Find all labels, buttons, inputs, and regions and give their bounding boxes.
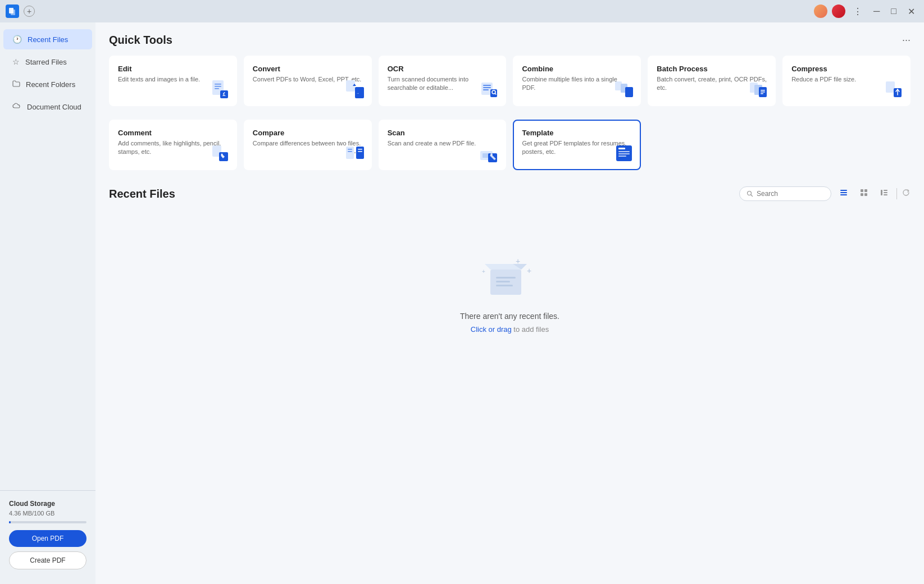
storage-bar [9,521,87,523]
tools-grid: Edit Edit texts and images in a file. [109,56,911,106]
tool-template-title: Template [522,129,632,137]
sidebar-item-recent-files[interactable]: 🕐 Recent Files [3,29,92,49]
svg-rect-48 [618,156,626,157]
tool-compress-icon [884,79,904,99]
quick-tools-title: Quick Tools [109,34,172,47]
details-view-button[interactable] [876,186,892,202]
svg-rect-13 [483,87,491,88]
svg-text:+: + [482,268,485,275]
open-pdf-button[interactable]: Open PDF [9,530,87,547]
menu-button[interactable]: ⋮ [850,5,866,18]
svg-rect-27 [886,81,895,93]
tool-combine-title: Combine [522,65,632,73]
quick-tools-header: Quick Tools ··· [109,34,911,47]
svg-rect-33 [346,147,354,159]
tool-compare-title: Compare [253,129,363,137]
empty-subtitle-static: to add files [513,325,549,334]
recent-folders-icon [12,80,20,89]
svg-rect-68 [496,285,513,286]
svg-rect-57 [864,193,867,196]
empty-subtitle: Click or drag to add files [471,325,549,334]
search-input[interactable] [757,190,824,198]
list-view-button[interactable] [836,186,852,202]
tool-batch-icon [749,79,769,99]
create-pdf-button[interactable]: Create PDF [9,551,87,569]
sidebar-bottom: Cloud Storage 4.36 MB/100 GB Open PDF Cr… [0,490,95,578]
tools-grid-row2: Comment Add comments, like highlights, p… [109,120,911,170]
sidebar-label-document-cloud: Document Cloud [27,103,81,111]
svg-rect-12 [483,85,491,86]
more-options-button[interactable]: ··· [902,34,911,46]
recent-files-title: Recent Files [109,188,175,200]
tool-card-compress[interactable]: Compress Reduce a PDF file size. [782,56,911,106]
tool-card-compare[interactable]: Compare Compare differences between two … [244,120,372,170]
svg-rect-34 [356,147,364,159]
sidebar-item-starred-files[interactable]: ☆ Starred Files [3,52,92,72]
tool-card-batch-process[interactable]: Batch Process Batch convert, create, pri… [648,56,776,106]
tool-card-scan[interactable]: Scan Scan and create a new PDF file. [379,120,507,170]
tool-combine-icon [614,79,634,99]
svg-rect-59 [884,190,887,191]
svg-rect-24 [761,90,765,91]
svg-point-43 [490,153,493,156]
tool-card-ocr[interactable]: OCR Turn scanned documents into searchab… [379,56,507,106]
tool-card-edit[interactable]: Edit Edit texts and images in a file. [109,56,237,106]
user-avatar-2[interactable] [832,4,845,18]
tool-batch-title: Batch Process [657,65,767,73]
tool-convert-icon: → [345,79,365,99]
cloud-storage-title: Cloud Storage [9,500,87,508]
svg-rect-35 [348,149,352,150]
svg-rect-67 [496,281,510,282]
empty-illustration: + + + [476,244,544,300]
search-box[interactable] [739,186,831,201]
title-bar-left: + [6,4,35,18]
tool-ocr-title: OCR [388,65,498,73]
tool-edit-title: Edit [118,65,228,73]
minimize-button[interactable]: ─ [870,5,883,17]
svg-rect-53 [840,194,847,195]
tool-card-convert[interactable]: Convert Convert PDFs to Word, Excel, PPT… [244,56,372,106]
svg-rect-26 [761,93,763,94]
sidebar-label-recent-folders: Recent Folders [26,80,75,89]
user-avatar-1[interactable] [814,4,827,18]
svg-rect-46 [618,151,630,152]
svg-rect-20 [625,87,633,97]
app-icon [6,4,19,18]
sidebar-label-starred-files: Starred Files [25,58,67,66]
document-cloud-icon [12,102,21,111]
svg-rect-5 [215,88,219,89]
click-or-drag-link[interactable]: Click or drag [471,325,512,334]
title-bar-controls: ⋮ ─ □ ✕ [814,4,918,18]
svg-text:+: + [527,266,531,275]
tool-card-comment[interactable]: Comment Add comments, like highlights, p… [109,120,237,170]
sidebar-label-recent-files: Recent Files [28,35,68,44]
tool-convert-title: Convert [253,65,363,73]
svg-rect-36 [348,151,352,152]
maximize-button[interactable]: □ [887,5,900,17]
sidebar-item-recent-folders[interactable]: Recent Folders [3,74,92,94]
close-button[interactable]: ✕ [904,5,918,18]
tool-card-template[interactable]: Template Get great PDF templates for res… [513,120,641,170]
divider [896,188,897,199]
tool-template-icon [614,143,634,163]
svg-rect-37 [358,149,362,150]
recent-files-controls [739,186,911,202]
recent-files-header: Recent Files [109,186,911,202]
sidebar: 🕐 Recent Files ☆ Starred Files Recent Fo… [0,22,95,584]
starred-files-icon: ☆ [12,57,20,66]
refresh-button[interactable] [902,188,911,199]
svg-text:→: → [356,92,359,95]
tool-comment-icon [210,143,230,163]
svg-rect-58 [881,190,882,195]
empty-title: There aren't any recent files. [460,312,559,321]
grid-view-button[interactable] [856,186,872,202]
tool-compare-icon [345,143,365,163]
svg-rect-4 [215,86,221,87]
new-tab-button[interactable]: + [24,6,35,17]
tool-scan-icon [479,143,499,163]
svg-rect-52 [840,192,847,193]
sidebar-item-document-cloud[interactable]: Document Cloud [3,97,92,117]
svg-rect-55 [864,189,867,192]
title-bar: + ⋮ ─ □ ✕ [0,0,924,22]
tool-card-combine[interactable]: Combine Combine multiple files into a si… [513,56,641,106]
